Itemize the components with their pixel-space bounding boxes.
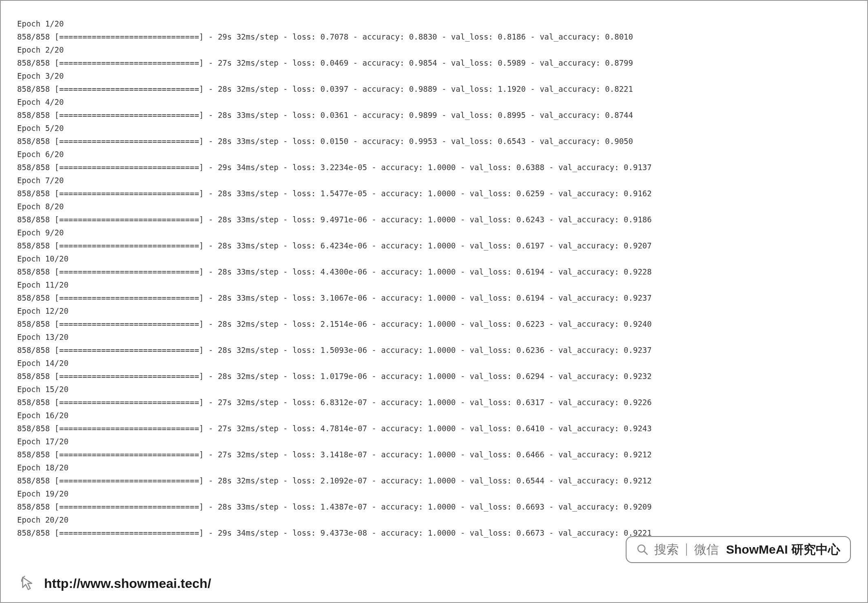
divider [686, 543, 687, 556]
svg-line-1 [644, 551, 648, 555]
training-log: Epoch 1/20 858/858 [====================… [17, 17, 867, 539]
wechat-search-badge: 搜索 微信 ShowMeAI 研究中心 [626, 536, 851, 563]
svg-point-0 [638, 545, 645, 552]
brand-label: ShowMeAI 研究中心 [726, 541, 840, 558]
footer: http://www.showmeai.tech/ [20, 575, 211, 592]
frame: Epoch 1/20 858/858 [====================… [0, 0, 868, 603]
source-url: http://www.showmeai.tech/ [44, 576, 211, 591]
search-icon [636, 543, 649, 556]
cursor-icon [20, 575, 36, 592]
wechat-label: 微信 [694, 541, 719, 558]
search-label: 搜索 [654, 541, 679, 558]
